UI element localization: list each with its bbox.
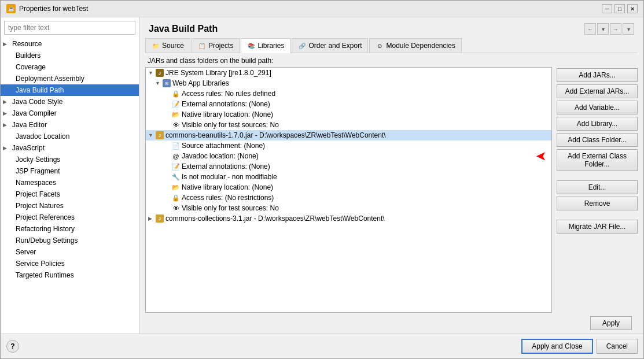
add-class-folder-button[interactable]: Add Class Folder...	[557, 133, 638, 147]
tree-item-visible-2[interactable]: ▶ 👁 Visible only for test sources: No	[146, 203, 551, 213]
tree-item-native-lib-1[interactable]: ▶ 📂 Native library location: (None)	[146, 109, 551, 120]
add-variable-button[interactable]: Add Variable...	[557, 101, 638, 114]
sidebar-label: Java Compiler	[12, 109, 57, 117]
jar2-icon: J	[156, 214, 164, 223]
minimize-button[interactable]: ─	[602, 4, 612, 13]
sidebar-item-java-code-style[interactable]: ▶ Java Code Style	[1, 96, 139, 108]
window-title: Properties for webTest	[19, 5, 88, 13]
tree-item-access-rules[interactable]: ▶ 🔒 Access rules: No rules defined	[146, 88, 551, 99]
edit-button[interactable]: Edit...	[557, 180, 638, 194]
sidebar-scroll: ▶ Resource Builders Coverage Deployment …	[1, 38, 139, 334]
sidebar-item-refactoring-history[interactable]: Refactoring History	[1, 223, 139, 235]
main-header: Java Build Path ← ▾ → ▾	[139, 17, 643, 38]
sidebar-item-project-natures[interactable]: Project Natures	[1, 200, 139, 212]
javadoc-icon: @	[172, 152, 180, 160]
tab-libraries-label: Libraries	[257, 42, 284, 50]
filter-input[interactable]	[4, 21, 135, 35]
tab-module-deps[interactable]: ⊙ Module Dependencies	[369, 38, 461, 53]
tree-item-label: Is not modular - non modifiable	[182, 173, 277, 181]
tree-panel[interactable]: ▼ J JRE System Library [jre1.8.0_291] ▼ …	[145, 67, 552, 313]
sidebar-item-javascript[interactable]: ▶ JavaScript	[1, 142, 139, 154]
sidebar-item-resource[interactable]: ▶ Resource	[1, 38, 139, 50]
tree-item-native-lib-2[interactable]: ▶ 📂 Native library location: (None)	[146, 182, 551, 193]
tree-expand: ▶	[148, 216, 154, 221]
sidebar-item-coverage[interactable]: Coverage	[1, 61, 139, 73]
tree-item-label: JRE System Library [jre1.8.0_291]	[165, 69, 271, 77]
sidebar-item-targeted-runtimes[interactable]: Targeted Runtimes	[1, 269, 139, 281]
sidebar-item-project-references[interactable]: Project References	[1, 212, 139, 223]
btn-spacer	[557, 173, 638, 178]
tree-expand: ▼	[155, 80, 161, 86]
sidebar-item-deployment-assembly[interactable]: Deployment Assembly	[1, 73, 139, 84]
tree-item-label: Access rules: No rules defined	[182, 90, 275, 98]
sidebar-item-jocky-settings[interactable]: Jocky Settings	[1, 154, 139, 165]
sidebar-label: Coverage	[16, 63, 46, 71]
apply-button[interactable]: Apply	[590, 316, 632, 330]
sidebar-item-project-facets[interactable]: Project Facets	[1, 188, 139, 200]
tree-expand: ▼	[148, 70, 154, 76]
sidebar-item-server[interactable]: Server	[1, 246, 139, 258]
tree-item-visible-1[interactable]: ▶ 👁 Visible only for test sources: No	[146, 120, 551, 130]
sidebar-item-java-compiler[interactable]: ▶ Java Compiler	[1, 108, 139, 119]
tree-item-javadoc[interactable]: ▶ @ Javadoc location: (None) ➤	[146, 151, 551, 161]
sidebar-item-run-debug[interactable]: Run/Debug Settings	[1, 235, 139, 246]
add-library-button[interactable]: Add Library...	[557, 117, 638, 131]
tree-item-source-attach[interactable]: ▶ 📄 Source attachment: (None)	[146, 140, 551, 151]
title-bar-left: ☕ Properties for webTest	[6, 4, 88, 13]
migrate-jar-button[interactable]: Migrate JAR File...	[557, 220, 638, 234]
cancel-button[interactable]: Cancel	[597, 339, 638, 354]
tree-item-access-rules-2[interactable]: ▶ 🔒 Access rules: (No restrictions)	[146, 193, 551, 203]
sidebar-label: Project Facets	[16, 190, 60, 198]
nav-dropdown-button[interactable]: ▾	[597, 23, 609, 35]
sidebar-item-builders[interactable]: Builders	[1, 50, 139, 61]
sidebar-item-jsp-fragment[interactable]: JSP Fragment	[1, 165, 139, 177]
sidebar-item-service-policies[interactable]: Service Policies	[1, 258, 139, 269]
access2-icon: 🔒	[172, 194, 180, 202]
annot2-icon: 📝	[172, 162, 180, 171]
add-external-jars-button[interactable]: Add External JARs...	[557, 84, 638, 98]
tab-order-label: Order and Export	[308, 42, 362, 50]
tree-item-label: Visible only for test sources: No	[182, 204, 279, 212]
expand-arrow: ▶	[3, 145, 10, 151]
tree-item-ext-annotations-1[interactable]: ▶ 📝 External annotations: (None)	[146, 99, 551, 109]
sidebar-label: Javadoc Location	[16, 132, 69, 140]
tree-item-label: Visible only for test sources: No	[182, 121, 279, 129]
libraries-tab-icon: 📚	[247, 42, 255, 50]
add-external-class-folder-button[interactable]: Add External Class Folder...	[557, 149, 638, 171]
sidebar-item-javadoc-location[interactable]: Javadoc Location	[1, 131, 139, 142]
build-path-subtitle: JARs and class folders on the build path…	[145, 53, 638, 67]
tree-item-ext-annotations-2[interactable]: ▶ 📝 External annotations: (None)	[146, 161, 551, 172]
expand-arrow: ▶	[3, 99, 10, 105]
tree-item-collections[interactable]: ▶ J commons-collections-3.1.jar - D:\wor…	[146, 213, 551, 224]
sidebar-item-namespaces[interactable]: Namespaces	[1, 177, 139, 188]
help-button[interactable]: ?	[6, 340, 19, 353]
tab-libraries[interactable]: 📚 Libraries	[241, 38, 290, 53]
tree-item-webapp-libs[interactable]: ▼ ⊞ Web App Libraries	[146, 78, 551, 88]
sidebar-label: Project Natures	[16, 202, 64, 210]
tree-item-non-modular[interactable]: ▶ 🔧 Is not modular - non modifiable	[146, 172, 551, 182]
nav-back-button[interactable]: ←	[584, 23, 596, 35]
apply-area: Apply	[145, 313, 638, 334]
nav-menu-button[interactable]: ▾	[623, 23, 634, 35]
tree-expand: ▼	[148, 132, 154, 138]
tab-source[interactable]: 📁 Source	[145, 38, 190, 53]
tree-item-label: commons-beanutils-1.7.0.jar - D:\workspa…	[165, 131, 386, 139]
nav-forward-button[interactable]: →	[610, 23, 621, 35]
sidebar-item-java-editor[interactable]: ▶ Java Editor	[1, 119, 139, 131]
maximize-button[interactable]: □	[614, 4, 625, 13]
add-jars-button[interactable]: Add JARs...	[557, 68, 638, 82]
tree-item-beanutils[interactable]: ▼ J commons-beanutils-1.7.0.jar - D:\wor…	[146, 130, 551, 140]
apply-close-button[interactable]: Apply and Close	[521, 339, 593, 354]
jre-icon: J	[156, 69, 164, 77]
tab-projects[interactable]: 📋 Projects	[192, 38, 240, 53]
tree-item-jre[interactable]: ▼ J JRE System Library [jre1.8.0_291]	[146, 68, 551, 78]
footer-buttons: Apply and Close Cancel	[521, 339, 638, 354]
expand-arrow: ▶	[3, 110, 10, 116]
main-area: Java Build Path ← ▾ → ▾ 📁 Source 📋	[139, 17, 643, 334]
remove-button[interactable]: Remove	[557, 197, 638, 210]
close-button[interactable]: ✕	[627, 4, 638, 13]
sidebar-item-java-build-path[interactable]: Java Build Path ➤	[1, 84, 139, 96]
sidebar-label: Java Editor	[12, 121, 47, 129]
javadoc-arrow: ➤	[536, 149, 546, 163]
tab-order-export[interactable]: 🔗 Order and Export	[292, 38, 368, 53]
